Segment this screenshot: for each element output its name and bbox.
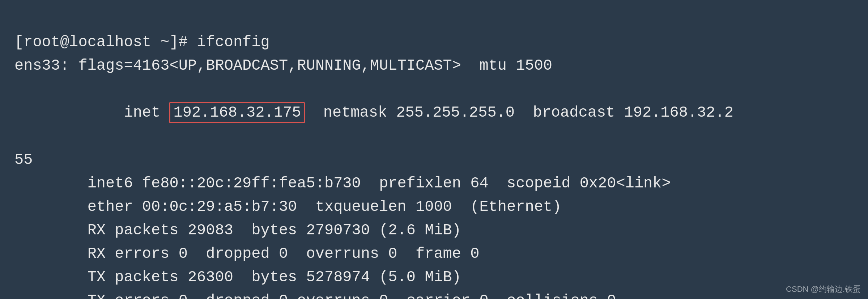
watermark: CSDN @约输边.铁蛋 — [786, 284, 861, 295]
line-ether: ether 00:0c:29:a5:b7:30 txqueuelen 1000 … — [14, 195, 854, 219]
line-prompt: [root@localhost ~]# ifconfig — [14, 31, 854, 54]
line-rx-packets: RX packets 29083 bytes 2790730 (2.6 MiB) — [14, 219, 854, 242]
inet-ip: 192.168.32.175 — [173, 104, 301, 121]
line-55: 55 — [14, 148, 854, 172]
line-inet6: inet6 fe80::20c:29ff:fea5:b730 prefixlen… — [14, 172, 854, 195]
line-ens33-flags: ens33: flags=4163<UP,BROADCAST,RUNNING,M… — [14, 54, 854, 78]
terminal-window: [root@localhost ~]# ifconfig ens33: flag… — [0, 0, 868, 299]
line-top — [14, 7, 854, 31]
inet-suffix: netmask 255.255.255.0 broadcast 192.168.… — [305, 104, 733, 121]
line-rx-errors: RX errors 0 dropped 0 overruns 0 frame 0 — [14, 242, 854, 266]
inet-ip-highlight: 192.168.32.175 — [169, 102, 305, 123]
inet-prefix: inet — [51, 104, 170, 121]
line-inet: inet 192.168.32.175 netmask 255.255.255.… — [14, 78, 854, 148]
line-tx-errors: TX errors 0 dropped 0 overruns 0 carrier… — [14, 289, 854, 299]
line-tx-packets: TX packets 26300 bytes 5278974 (5.0 MiB) — [14, 266, 854, 289]
